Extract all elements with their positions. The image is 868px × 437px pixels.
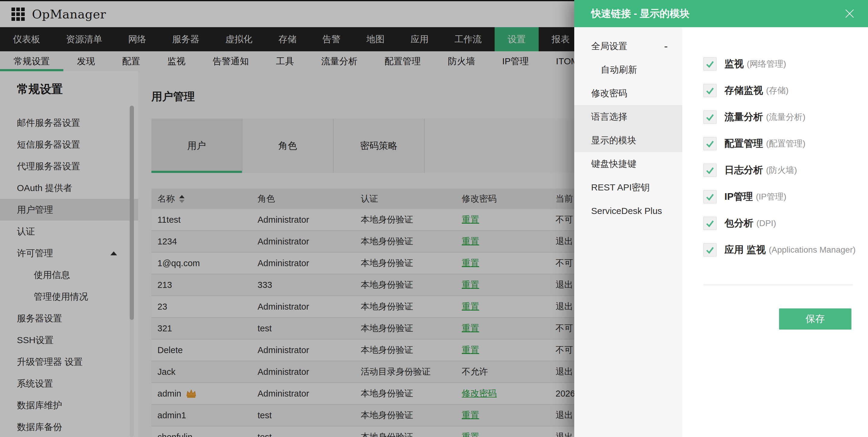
module-row-monitoring[interactable]: 监视 (网络管理) xyxy=(703,55,856,73)
module-label: 应用 监视 xyxy=(724,243,766,257)
module-label: 流量分析 xyxy=(724,111,763,124)
checkbox-checked[interactable] xyxy=(703,111,717,124)
opmanager-app: OpManager 仪表板 资源清单 网络 服务器 虚拟化 存储 告警 地图 应… xyxy=(0,0,868,437)
module-label: 配置管理 xyxy=(724,137,763,150)
checkbox-checked[interactable] xyxy=(703,164,717,177)
panel-menu-auto-refresh[interactable]: 自动刷新 xyxy=(574,58,682,82)
panel-header: 快速链接 - 显示的模块 xyxy=(574,0,868,27)
module-sublabel: (流量分析) xyxy=(766,111,806,123)
panel-menu-rest-api-key[interactable]: REST API密钥 xyxy=(574,176,682,199)
close-icon[interactable] xyxy=(843,7,856,20)
module-sublabel: (防火墙) xyxy=(766,165,797,176)
module-label: 监视 xyxy=(724,57,744,70)
collapse-minus-icon[interactable]: - xyxy=(664,34,668,58)
module-sublabel: (存储) xyxy=(766,85,789,96)
panel-menu: 全局设置 - 自动刷新 修改密码 语言选择 显示的模块 键盘快捷键 REST A… xyxy=(574,27,682,437)
module-row-packet-analysis[interactable]: 包分析 (DPI) xyxy=(703,214,856,232)
checkbox-checked[interactable] xyxy=(703,217,717,230)
panel-menu-label: 全局设置 xyxy=(591,41,627,51)
panel-title: 快速链接 - 显示的模块 xyxy=(591,8,689,19)
modules-list: 监视 (网络管理) 存储监视 (存储) 流量分析 (流量分析) xyxy=(703,55,856,259)
checkbox-checked[interactable] xyxy=(703,243,717,257)
panel-menu-displayed-modules[interactable]: 显示的模块 xyxy=(574,128,682,152)
module-row-log-analysis[interactable]: 日志分析 (防火墙) xyxy=(703,161,856,179)
module-sublabel: (网络管理) xyxy=(747,58,786,70)
checkbox-checked[interactable] xyxy=(703,137,717,150)
module-label: 日志分析 xyxy=(724,164,763,177)
checkbox-checked[interactable] xyxy=(703,57,717,70)
module-row-storage[interactable]: 存储监视 (存储) xyxy=(703,81,856,99)
save-button[interactable]: 保存 xyxy=(779,309,851,329)
quick-links-panel: 快速链接 - 显示的模块 全局设置 - 自动刷新 修改密码 语言选择 显示的模块… xyxy=(574,0,868,437)
module-row-app-monitoring[interactable]: 应用 监视 (Applications Manager) xyxy=(703,240,856,259)
panel-divider xyxy=(703,285,853,285)
panel-menu-language[interactable]: 语言选择 xyxy=(574,105,682,128)
panel-menu-change-password[interactable]: 修改密码 xyxy=(574,82,682,105)
panel-menu-servicedesk-plus[interactable]: ServiceDesk Plus xyxy=(574,199,682,223)
module-sublabel: (DPI) xyxy=(756,218,776,228)
panel-body: 监视 (网络管理) 存储监视 (存储) 流量分析 (流量分析) xyxy=(682,27,868,437)
checkbox-checked[interactable] xyxy=(703,190,717,203)
checkbox-checked[interactable] xyxy=(703,84,717,97)
module-label: IP管理 xyxy=(724,190,753,203)
panel-menu-global-settings[interactable]: 全局设置 - xyxy=(574,34,682,58)
panel-menu-keyboard-shortcuts[interactable]: 键盘快捷键 xyxy=(574,152,682,176)
module-sublabel: (IP管理) xyxy=(756,191,786,203)
module-row-ip-mgmt[interactable]: IP管理 (IP管理) xyxy=(703,187,856,206)
module-label: 包分析 xyxy=(724,217,753,230)
module-sublabel: (配置管理) xyxy=(766,138,806,149)
module-row-netflow[interactable]: 流量分析 (流量分析) xyxy=(703,108,856,126)
module-label: 存储监视 xyxy=(724,84,763,97)
module-row-config-mgmt[interactable]: 配置管理 (配置管理) xyxy=(703,134,856,153)
module-sublabel: (Applications Manager) xyxy=(769,245,856,255)
